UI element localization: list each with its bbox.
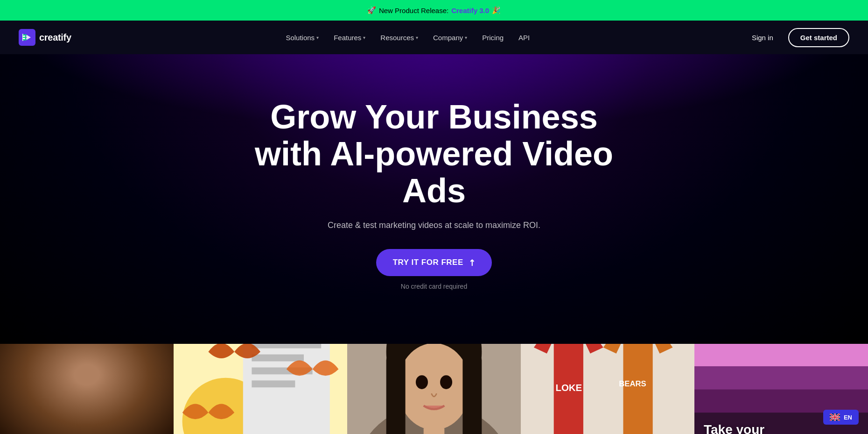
sign-in-button[interactable]: Sign in [744,30,781,45]
thumbnail-3[interactable] [347,344,521,434]
navbar: creatify Solutions ▾ Features ▾ Resource… [0,21,868,54]
cta-label: TRY IT FOR FREE [393,258,463,267]
person-face-svg [0,344,174,434]
svg-point-5 [43,344,130,430]
nav-item-pricing[interactable]: Pricing [476,30,510,45]
nav-item-api[interactable]: API [512,30,536,45]
no-credit-text: No credit card required [401,283,467,290]
nav-link-features[interactable]: Features ▾ [327,30,372,45]
nav-actions: Sign in Get started [744,28,849,47]
svg-point-29 [416,375,428,389]
svg-text:BEARS: BEARS [619,379,646,388]
svg-rect-17 [252,380,295,387]
nav-link-api[interactable]: API [512,30,536,45]
thumbnail-4[interactable]: LOKE BEARS The Loasy [521,344,694,434]
thumbnail-2[interactable] [174,344,347,434]
nav-link-company[interactable]: Company ▾ [427,30,474,45]
svg-rect-15 [252,355,304,362]
svg-point-30 [440,375,452,389]
announcement-text: New Product Release: [379,7,448,14]
language-code: EN [844,414,852,421]
svg-point-6 [50,344,123,399]
svg-point-7 [26,369,147,434]
chevron-down-icon: ▾ [316,35,319,40]
announcement-suffix-emoji: 🎉 [492,6,501,14]
language-selector[interactable]: EN [823,410,859,425]
hero-subtitle: Create & test marketing videos at scale … [328,221,540,230]
crafts-svg [174,344,347,434]
nav-link-solutions[interactable]: Solutions ▾ [279,30,325,45]
logo-icon [19,29,35,46]
chevron-down-icon: ▾ [363,35,365,40]
hero-section: Grow Your Business with AI-powered Video… [0,54,868,344]
svg-point-8 [67,362,81,379]
nav-item-resources[interactable]: Resources ▾ [374,30,425,45]
chevron-down-icon: ▾ [416,35,418,40]
take-your-overlay: Take your [704,422,764,434]
nav-item-company[interactable]: Company ▾ [427,30,474,45]
try-free-button[interactable]: TRY IT FOR FREE ↗ [376,249,492,276]
chevron-down-icon: ▾ [465,35,467,40]
svg-rect-4 [0,344,174,434]
svg-rect-28 [462,352,482,434]
thumbnails-strip: LOKE BEARS The Loasy [0,344,868,434]
svg-rect-34 [521,344,694,434]
svg-rect-27 [386,352,406,434]
nav-item-features[interactable]: Features ▾ [327,30,372,45]
logo-text: creatify [39,32,71,43]
svg-rect-54 [830,417,840,418]
shirts-svg: LOKE BEARS The Loasy [521,344,694,434]
hero-title: Grow Your Business with AI-powered Video… [224,99,644,210]
announcement-highlight[interactable]: Creatify 3.0 [451,7,489,14]
nav-item-solutions[interactable]: Solutions ▾ [279,30,325,45]
svg-point-26 [398,344,470,430]
svg-rect-14 [252,344,321,349]
svg-point-9 [93,362,107,379]
logo[interactable]: creatify [19,29,71,46]
nav-link-resources[interactable]: Resources ▾ [374,30,425,45]
svg-rect-31 [424,428,445,434]
arrow-icon: ↗ [465,256,478,269]
woman-face-svg [347,344,521,434]
announcement-bar: 🚀 New Product Release: Creatify 3.0 🎉 [0,0,868,21]
uk-flag-icon [830,413,840,421]
announcement-rocket-emoji: 🚀 [367,6,376,14]
svg-text:LOKE: LOKE [555,382,582,393]
nav-links: Solutions ▾ Features ▾ Resources ▾ Compa… [279,30,536,45]
nav-link-pricing[interactable]: Pricing [476,30,510,45]
get-started-button[interactable]: Get started [788,28,849,47]
thumbnail-1[interactable] [0,344,174,434]
